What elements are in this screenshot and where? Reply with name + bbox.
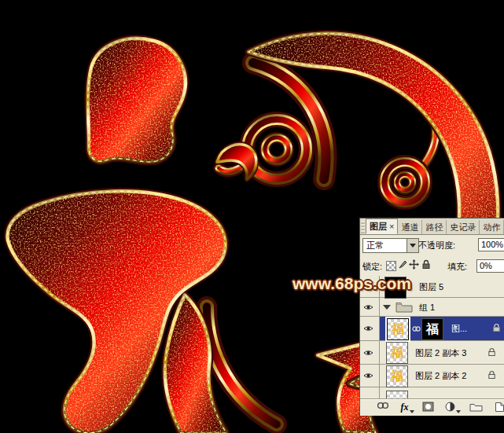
fill-label: 填充: xyxy=(447,261,467,273)
opacity-input[interactable]: 100% xyxy=(478,238,504,251)
lock-badge-icon xyxy=(487,347,496,358)
link-icon[interactable] xyxy=(376,402,390,414)
layer-thumbnail[interactable]: 福 xyxy=(387,318,409,340)
panel-tab-bar: 图层× 通道 路径 史记录 动作 xyxy=(360,218,504,235)
lock-move-icon[interactable] xyxy=(409,259,420,270)
fill-input[interactable]: 0% xyxy=(476,259,504,273)
layer-name: 图层 2 副本 3 xyxy=(415,347,466,358)
watermark-text: www.68ps.com xyxy=(292,274,411,293)
lock-label: 锁定: xyxy=(362,261,382,273)
photoshop-canvas: 图层× 通道 路径 史记录 动作 正常 不透明度: 100% 锁定: xyxy=(0,0,504,433)
visibility-toggle[interactable] xyxy=(360,298,380,317)
inner-hook-stroke xyxy=(217,63,326,179)
layer-row-copy2[interactable]: 福 图层 2 副本 2 xyxy=(360,365,504,387)
blend-mode-value: 正常 xyxy=(366,240,384,250)
tab-layers[interactable]: 图层× xyxy=(366,218,398,234)
adjustment-layer-icon[interactable] xyxy=(443,402,462,414)
new-layer-icon[interactable] xyxy=(492,402,504,414)
dot-stroke xyxy=(88,39,186,162)
panel-grip[interactable] xyxy=(361,221,365,233)
layer-thumbnail[interactable]: 福 xyxy=(386,365,408,387)
opacity-label: 不透明度: xyxy=(418,240,455,251)
layer-row-group1[interactable]: 组 1 xyxy=(360,298,504,317)
tab-history[interactable]: 史记录 xyxy=(447,220,480,234)
layer-styles-fx-icon[interactable]: fx xyxy=(398,402,417,414)
left-radical-stroke xyxy=(7,191,226,433)
group-folder-icon xyxy=(395,301,413,314)
eye-icon xyxy=(363,303,373,311)
layer-name: 图... xyxy=(451,323,467,335)
expand-collapse-toggle[interactable] xyxy=(383,305,391,310)
lock-badge-icon xyxy=(492,323,501,334)
layer-thumbnail[interactable] xyxy=(386,391,408,399)
blend-mode-row: 正常 不透明度: 100% xyxy=(360,234,504,256)
group-name: 组 1 xyxy=(419,301,435,313)
layer-name: 图层 5 xyxy=(419,281,443,292)
layer-thumbnail[interactable]: 福 xyxy=(386,342,408,364)
layer-row-copy3[interactable]: 福 图层 2 副本 3 xyxy=(360,341,504,365)
layer-mask-icon[interactable] xyxy=(421,402,435,414)
lock-badge-icon xyxy=(487,370,496,381)
tab-close-icon[interactable]: × xyxy=(389,222,394,231)
visibility-toggle[interactable] xyxy=(360,387,380,399)
tab-channels[interactable]: 通道 xyxy=(398,220,422,234)
eye-icon xyxy=(363,325,373,332)
mask-link-icon[interactable] xyxy=(412,325,421,334)
lock-transparency-icon[interactable] xyxy=(386,261,397,272)
layers-panel: 图层× 通道 路径 史记录 动作 正常 不透明度: 100% 锁定: xyxy=(359,218,504,415)
lock-paint-icon[interactable] xyxy=(398,259,409,270)
layer-list: 图层 5 组 1 xyxy=(360,276,504,399)
eye-icon xyxy=(363,349,373,357)
panel-toolbar: fx xyxy=(360,399,504,416)
lock-all-icon[interactable] xyxy=(421,259,432,270)
layer-row-selected[interactable]: 福 福 图... xyxy=(360,317,504,341)
layer-mask-thumbnail[interactable]: 福 xyxy=(421,318,443,340)
tab-actions[interactable]: 动作 xyxy=(480,220,504,234)
visibility-toggle[interactable] xyxy=(360,341,380,365)
small-spiral-stroke xyxy=(384,126,436,203)
new-group-icon[interactable] xyxy=(469,402,483,414)
layer-row-partial[interactable] xyxy=(360,387,504,399)
tab-layers-label: 图层 xyxy=(370,222,387,231)
blend-mode-select[interactable]: 正常 xyxy=(362,238,419,253)
visibility-toggle[interactable] xyxy=(360,365,380,387)
eye-icon xyxy=(363,372,373,380)
tab-paths[interactable]: 路径 xyxy=(422,220,447,234)
chevron-down-icon[interactable] xyxy=(407,239,418,252)
layer-name: 图层 2 副本 2 xyxy=(415,370,466,382)
visibility-toggle[interactable] xyxy=(360,317,380,341)
